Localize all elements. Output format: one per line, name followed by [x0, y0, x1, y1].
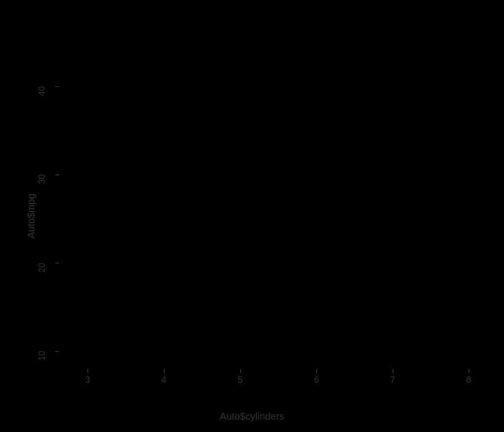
x-tick-mark [393, 369, 393, 373]
x-tick-label: 5 [238, 375, 243, 385]
x-tick-mark [240, 369, 241, 373]
x-tick-mark [469, 369, 469, 373]
y-axis-label: Auto$mpg [26, 193, 37, 238]
x-tick-mark [164, 369, 164, 373]
y-tick-label: 10 [37, 351, 47, 361]
x-tick-label: 8 [466, 375, 471, 385]
scatter-chart: Auto$mpg Auto$cylinders 3 4 5 6 7 8 10 2… [0, 0, 504, 432]
x-tick-mark [88, 369, 88, 373]
y-tick-label: 20 [37, 263, 47, 273]
x-axis-label: Auto$cylinders [220, 411, 284, 422]
x-tick-label: 7 [390, 375, 395, 385]
y-tick-label: 40 [37, 86, 47, 96]
y-tick-mark [55, 263, 59, 263]
x-tick-label: 4 [161, 375, 166, 385]
x-tick-label: 6 [314, 375, 319, 385]
x-tick-mark [316, 369, 317, 373]
x-tick-label: 3 [85, 375, 90, 385]
y-tick-mark [55, 351, 59, 352]
y-tick-label: 30 [37, 174, 47, 184]
y-tick-mark [55, 175, 59, 175]
y-tick-mark [55, 86, 59, 87]
plot-area [59, 25, 483, 370]
